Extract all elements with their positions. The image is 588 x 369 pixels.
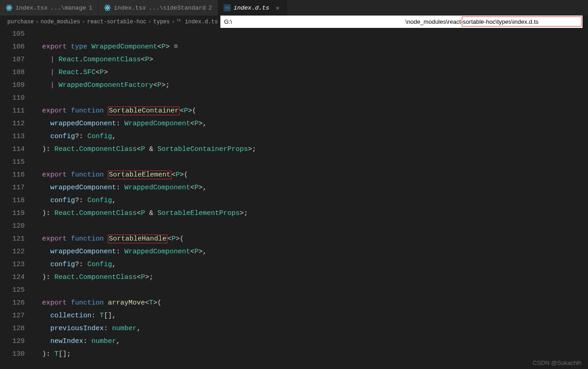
path-input-wrap xyxy=(220,16,583,28)
react-icon xyxy=(5,4,13,11)
line-number: 124 xyxy=(0,271,25,284)
code-line: export function arrayMove<T>( xyxy=(34,297,588,310)
line-number: 118 xyxy=(0,194,25,207)
line-number: 119 xyxy=(0,207,25,220)
code-line: previousIndex: number, xyxy=(34,322,588,335)
chevron-right-icon: › xyxy=(148,19,151,25)
tabs-bar: index.tsx ...\manage 1 index.tsx ...\sid… xyxy=(0,0,588,16)
ts-icon: TS xyxy=(176,19,183,25)
code-line: export function SortableElement<P>( xyxy=(34,169,588,182)
code-line: wrappedComponent: WrappedComponent<P>, xyxy=(34,118,588,130)
sortable-container-highlight: SortableContainer xyxy=(108,107,180,115)
line-number: 113 xyxy=(0,130,25,143)
line-number: 120 xyxy=(0,220,25,233)
line-number: 122 xyxy=(0,246,25,258)
chevron-right-icon: › xyxy=(171,19,175,25)
code-line xyxy=(34,92,588,105)
code-line xyxy=(34,284,588,297)
line-number: 111 xyxy=(0,105,25,118)
tab-index-sidestandard[interactable]: index.tsx ...\sideStandard 2 xyxy=(98,0,218,16)
line-number: 121 xyxy=(0,233,25,246)
ts-icon: TS xyxy=(224,4,231,11)
code-line: | React.ComponentClass<P> xyxy=(34,53,588,66)
tab-suffix: ...\sideStandard xyxy=(149,5,206,11)
code-line xyxy=(34,28,588,41)
line-number: 109 xyxy=(0,79,25,92)
line-number: 107 xyxy=(0,53,25,66)
code-area[interactable]: export type WrappedComponent<P> = | Reac… xyxy=(34,28,588,369)
tab-index-manage[interactable]: index.tsx ...\manage 1 xyxy=(0,0,98,16)
sortable-handle-highlight: SortableHandle xyxy=(108,235,167,243)
code-line: export function SortableHandle<P>( xyxy=(34,233,588,246)
code-line xyxy=(34,220,588,233)
code-line xyxy=(34,156,588,169)
line-number: 123 xyxy=(0,258,25,271)
tab-label: index.tsx xyxy=(114,5,146,11)
code-line: export type WrappedComponent<P> = xyxy=(34,41,588,53)
code-line: newIndex: number, xyxy=(34,335,588,348)
code-line: wrappedComponent: WrappedComponent<P>, xyxy=(34,182,588,194)
chevron-right-icon: › xyxy=(82,19,85,25)
code-line: export function SortableContainer<P>( xyxy=(34,105,588,118)
line-number: 129 xyxy=(0,335,25,348)
watermark: CSDN @Sokachlh xyxy=(533,359,582,366)
line-number: 108 xyxy=(0,66,25,79)
line-number: 116 xyxy=(0,169,25,182)
crumb-node-modules[interactable]: node_modules xyxy=(41,19,80,25)
tab-label: index.tsx xyxy=(16,5,48,11)
tab-suffix: ...\manage xyxy=(50,5,86,11)
line-number: 114 xyxy=(0,143,25,156)
crumb-file[interactable]: index.d.ts xyxy=(185,19,218,25)
code-line: | WrappedComponentFactory<P>; xyxy=(34,79,588,92)
code-line: config?: Config, xyxy=(34,194,588,207)
crumb-react-sortable-hoc[interactable]: react-sortable-hoc xyxy=(87,19,146,25)
gutter: 105 106 107 108 109 110 111 112 113 114 … xyxy=(0,28,34,369)
line-number: 117 xyxy=(0,182,25,194)
line-number: 128 xyxy=(0,322,25,335)
chevron-right-icon: › xyxy=(36,19,39,25)
crumb-types[interactable]: types xyxy=(153,19,170,25)
code-line: collection: T[], xyxy=(34,310,588,322)
close-icon[interactable]: ✕ xyxy=(274,4,281,11)
crumb-purchase[interactable]: purchase xyxy=(7,19,34,25)
editor[interactable]: 105 106 107 108 109 110 111 112 113 114 … xyxy=(0,28,588,369)
code-line: | React.SFC<P> xyxy=(34,66,588,79)
code-line: config?: Config, xyxy=(34,130,588,143)
line-number: 115 xyxy=(0,156,25,169)
code-line: ): React.ComponentClass<P & SortableElem… xyxy=(34,207,588,220)
tab-badge: 1 xyxy=(89,5,92,11)
line-number: 127 xyxy=(0,310,25,322)
breadcrumb-row: purchase › node_modules › react-sortable… xyxy=(0,16,588,28)
line-number: 105 xyxy=(0,28,25,41)
breadcrumb: purchase › node_modules › react-sortable… xyxy=(0,19,238,25)
line-number: 106 xyxy=(0,41,25,53)
line-number: 126 xyxy=(0,297,25,310)
react-icon xyxy=(104,4,111,11)
code-line: config?: Config, xyxy=(34,258,588,271)
svg-point-0 xyxy=(9,7,10,9)
code-line: ): T[]; xyxy=(34,348,588,361)
code-line: wrappedComponent: WrappedComponent<P>, xyxy=(34,246,588,258)
tab-badge: 2 xyxy=(208,5,212,11)
svg-point-4 xyxy=(107,7,108,9)
sortable-element-highlight: SortableElement xyxy=(108,171,171,179)
code-line: ): React.ComponentClass<P & SortableCont… xyxy=(34,143,588,156)
line-number: 112 xyxy=(0,118,25,130)
tab-label: index.d.ts xyxy=(234,5,269,11)
line-number: 130 xyxy=(0,348,25,361)
line-number: 110 xyxy=(0,92,25,105)
code-line: ): React.ComponentClass<P>; xyxy=(34,271,588,284)
path-input[interactable] xyxy=(220,16,583,28)
tab-index-d-ts[interactable]: TS index.d.ts ✕ xyxy=(218,0,287,16)
line-number: 125 xyxy=(0,284,25,297)
